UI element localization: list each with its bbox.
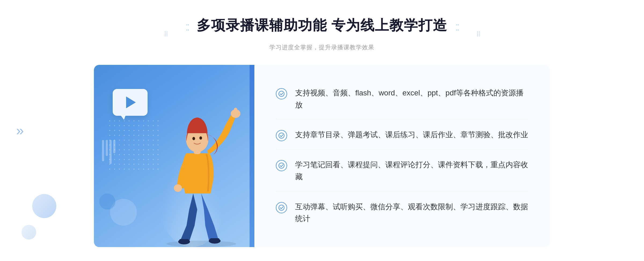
stripe-bar-1	[102, 140, 104, 161]
person-illustration	[148, 97, 247, 247]
chevron-arrows: »	[16, 122, 24, 139]
stripe-bar-4	[113, 140, 115, 153]
feature-text-4: 互动弹幕、试听购买、微信分享、观看次数限制、学习进度跟踪、数据统计	[295, 201, 529, 225]
check-icon-1	[276, 88, 287, 99]
svg-point-10	[192, 137, 195, 140]
check-circle-1	[276, 88, 287, 99]
page-container: ⁚⁚ 多项录播课辅助功能 专为线上教学打造 ⁚⁚ 学习进度全掌握，提升录播课教学…	[0, 0, 644, 261]
accent-bar	[250, 65, 254, 247]
stripe-bar-3	[109, 140, 112, 164]
svg-rect-3	[179, 239, 189, 242]
sub-title: 学习进度全掌握，提升录播课教学效果	[185, 43, 459, 51]
check-icon-4	[276, 202, 287, 213]
stripe-bar-2	[106, 140, 108, 156]
check-circle-4	[276, 202, 287, 213]
check-circle-2	[276, 130, 287, 141]
stripe-deco	[102, 140, 115, 164]
svg-point-14	[279, 163, 284, 168]
header-section: ⁚⁚ 多项录播课辅助功能 专为线上教学打造 ⁚⁚ 学习进度全掌握，提升录播课教学…	[185, 16, 459, 51]
content-area: 支持视频、音频、flash、word、excel、ppt、pdf等各种格式的资源…	[94, 65, 550, 247]
decorator-left: ⁚⁚	[185, 23, 189, 33]
feature-item-4: 互动弹幕、试听购买、微信分享、观看次数限制、学习进度跟踪、数据统计	[276, 193, 529, 233]
deco-circle-1	[32, 194, 56, 218]
svg-point-12	[279, 91, 284, 96]
feature-item-2: 支持章节目录、弹题考试、课后练习、课后作业、章节测验、批改作业	[276, 121, 529, 150]
decorator-right: ⁚⁚	[455, 23, 459, 33]
main-title: 多项录播课辅助功能 专为线上教学打造	[197, 16, 447, 35]
feature-text-3: 学习笔记回看、课程提问、课程评论打分、课件资料下载，重点内容收藏	[295, 159, 529, 183]
svg-rect-6	[234, 108, 237, 115]
deco-circle-2	[21, 225, 36, 240]
features-panel: 支持视频、音频、flash、word、excel、ppt、pdf等各种格式的资源…	[254, 65, 550, 247]
svg-rect-4	[210, 238, 219, 241]
play-bubble	[113, 89, 148, 116]
svg-point-13	[279, 133, 284, 138]
play-triangle	[126, 96, 136, 108]
feature-text-2: 支持章节目录、弹题考试、课后练习、课后作业、章节测验、批改作业	[295, 129, 528, 141]
feature-text-1: 支持视频、音频、flash、word、excel、ppt、pdf等各种格式的资源…	[295, 87, 529, 111]
svg-point-0	[166, 241, 236, 247]
check-icon-3	[276, 160, 287, 171]
svg-point-11	[199, 136, 202, 140]
feature-item-3: 学习笔记回看、课程提问、课程评论打分、课件资料下载，重点内容收藏	[276, 151, 529, 191]
check-icon-2	[276, 130, 287, 141]
svg-point-15	[279, 205, 284, 210]
circle-deco-2	[99, 193, 115, 210]
feature-item-1: 支持视频、音频、flash、word、excel、ppt、pdf等各种格式的资源…	[276, 79, 529, 120]
title-decorators: ⁚⁚ 多项录播课辅助功能 专为线上教学打造 ⁚⁚	[185, 16, 459, 39]
check-circle-3	[276, 160, 287, 171]
svg-point-7	[174, 184, 182, 192]
illustration-panel	[94, 65, 250, 247]
